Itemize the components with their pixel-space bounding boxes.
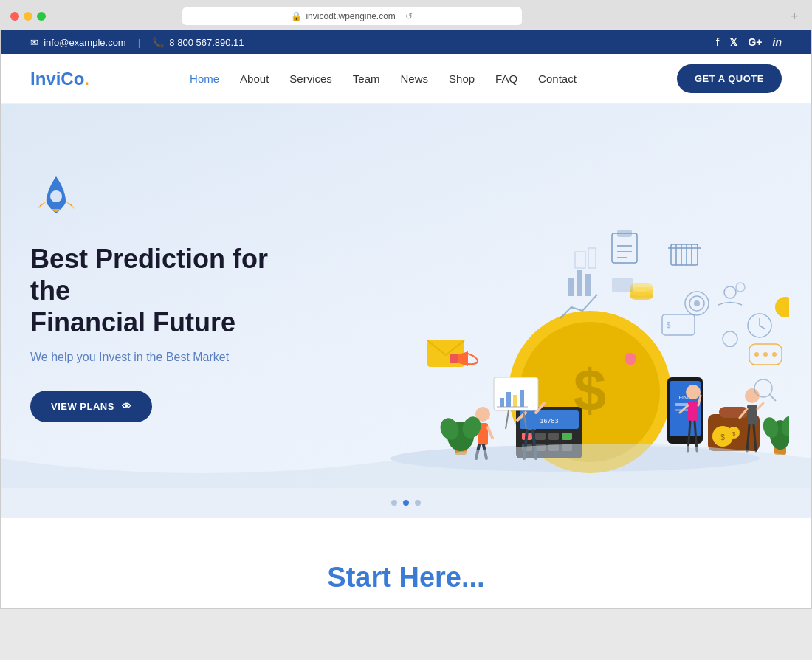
svg-point-89 [630, 283, 653, 292]
nav-team[interactable]: Team [353, 72, 380, 85]
svg-rect-77 [612, 233, 637, 263]
nav-news[interactable]: News [401, 72, 429, 85]
hero-subtitle: We help you Invest in the Best Market [30, 351, 311, 364]
topbar-left: ✉ info@example.com | 📞 8 800 567.890.11 [30, 37, 244, 48]
svg-point-106 [763, 352, 768, 357]
address-bar[interactable]: 🔒 invicodt.wpengine.com ↺ [182, 7, 522, 25]
slide-dot-1[interactable] [391, 500, 397, 506]
svg-rect-68 [450, 354, 458, 363]
navbar: InviCo. Home About Services Team News Sh… [1, 54, 811, 104]
svg-point-46 [686, 385, 701, 399]
svg-point-102 [754, 379, 772, 397]
svg-rect-41 [513, 395, 517, 407]
nav-menu: Home About Services Team News Shop FAQ C… [190, 72, 577, 85]
social-links: f 𝕏 G+ in [716, 36, 782, 48]
svg-rect-33 [526, 408, 536, 430]
svg-point-92 [694, 300, 700, 306]
svg-rect-42 [520, 390, 524, 407]
svg-line-44 [506, 410, 509, 429]
svg-rect-82 [568, 278, 574, 296]
svg-point-109 [625, 353, 636, 365]
below-hero-section: Start Here... [1, 518, 811, 608]
eye-icon: 👁 [122, 401, 132, 412]
nav-services[interactable]: Services [289, 72, 332, 85]
nav-shop[interactable]: Shop [449, 72, 475, 85]
hero-title: Best Prediction for the Financial Future [30, 243, 311, 339]
svg-point-100 [723, 331, 737, 346]
new-tab-button[interactable]: + [787, 9, 802, 24]
svg-line-103 [770, 395, 776, 401]
logo[interactable]: InviCo. [30, 69, 89, 89]
nav-home[interactable]: Home [190, 72, 219, 85]
svg-point-94 [736, 283, 745, 292]
start-here-heading: Start Here... [30, 562, 782, 594]
topbar: ✉ info@example.com | 📞 8 800 567.890.11 … [1, 30, 811, 54]
website-content: ✉ info@example.com | 📞 8 800 567.890.11 … [0, 30, 812, 609]
svg-rect-39 [500, 398, 504, 407]
svg-text:16783: 16783 [540, 417, 558, 424]
hero-section: Best Prediction for the Financial Future… [1, 104, 811, 488]
svg-line-55 [757, 403, 763, 409]
rocket-icon [30, 171, 311, 225]
separator: | [138, 37, 140, 48]
svg-rect-40 [506, 392, 511, 407]
refresh-icon[interactable]: ↺ [405, 11, 413, 21]
get-quote-button[interactable]: GET A QUOTE [677, 64, 782, 93]
svg-point-107 [772, 352, 777, 357]
close-button[interactable] [10, 12, 19, 21]
nav-about[interactable]: About [240, 72, 269, 85]
maximize-button[interactable] [37, 12, 46, 21]
svg-rect-71 [671, 244, 698, 265]
svg-point-93 [724, 286, 736, 298]
email-info: ✉ info@example.com [30, 37, 126, 48]
svg-text:$: $ [667, 321, 671, 329]
slide-dot-3[interactable] [415, 500, 421, 506]
browser-titlebar: 🔒 invicodt.wpengine.com ↺ + [0, 0, 812, 30]
slider-dots [1, 488, 811, 518]
svg-rect-78 [617, 230, 632, 237]
svg-point-1 [50, 190, 62, 202]
phone-icon: 📞 [152, 37, 164, 48]
svg-rect-110 [612, 278, 633, 292]
logo-text: InviCo. [30, 69, 89, 89]
minimize-button[interactable] [24, 12, 32, 21]
phone-info: 📞 8 800 567.890.11 [152, 37, 244, 48]
browser-window: 🔒 invicodt.wpengine.com ↺ + ✉ info@examp… [0, 0, 812, 609]
hero-content: Best Prediction for the Financial Future… [30, 148, 311, 422]
svg-rect-47 [688, 401, 698, 422]
url-text: invicodt.wpengine.com [306, 11, 395, 21]
googleplus-link[interactable]: G+ [748, 36, 762, 48]
facebook-link[interactable]: f [716, 36, 720, 48]
svg-rect-84 [585, 274, 591, 296]
svg-point-108 [775, 297, 789, 317]
email-icon: ✉ [30, 37, 38, 48]
linkedin-link[interactable]: in [773, 36, 782, 48]
lock-icon: 🔒 [291, 11, 302, 21]
view-plans-button[interactable]: VIEW PLANS 👁 [30, 391, 152, 422]
traffic-lights [10, 12, 46, 21]
svg-rect-111 [575, 252, 585, 268]
svg-rect-112 [588, 248, 596, 268]
nav-contact[interactable]: Contact [538, 72, 577, 85]
svg-rect-53 [747, 405, 757, 425]
slide-dot-2[interactable] [403, 500, 409, 506]
nav-faq[interactable]: FAQ [495, 72, 517, 85]
svg-point-105 [754, 352, 759, 357]
twitter-link[interactable]: 𝕏 [729, 36, 737, 48]
svg-rect-83 [577, 270, 582, 296]
svg-line-99 [760, 326, 765, 329]
svg-point-52 [745, 388, 760, 403]
